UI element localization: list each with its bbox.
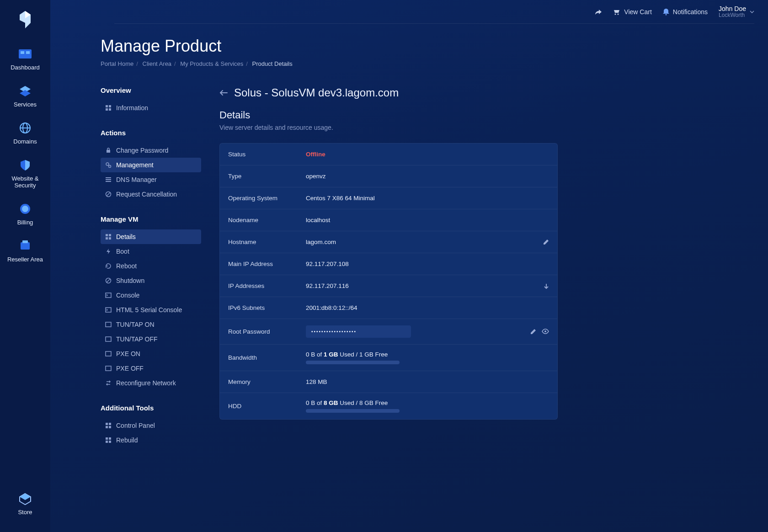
svg-rect-37 bbox=[106, 322, 111, 327]
ban-icon bbox=[105, 191, 112, 197]
svg-rect-30 bbox=[109, 234, 111, 236]
menu-label: Shutdown bbox=[116, 277, 144, 284]
cart-label: View Cart bbox=[624, 8, 651, 16]
share-icon bbox=[595, 9, 602, 15]
lock-icon bbox=[105, 147, 112, 154]
nav-services[interactable]: Services bbox=[0, 78, 50, 115]
value: Centos 7 X86 64 Minimal bbox=[306, 195, 549, 202]
view-cart-button[interactable]: View Cart bbox=[613, 8, 651, 16]
svg-point-49 bbox=[544, 330, 546, 332]
label: Nodename bbox=[228, 217, 306, 223]
bandwidth-text: 0 B of 1 GB Used / 1 GB Free bbox=[306, 351, 388, 358]
menu-label: Boot bbox=[116, 248, 129, 255]
menu-request-cancellation[interactable]: Request Cancellation bbox=[101, 187, 201, 202]
menu-label: Console bbox=[116, 292, 139, 299]
row-hostname: Hostname lagom.com bbox=[220, 231, 557, 253]
svg-rect-42 bbox=[109, 423, 111, 425]
label: Operating System bbox=[228, 195, 306, 202]
menu-boot[interactable]: Boot bbox=[101, 244, 201, 259]
share-button[interactable] bbox=[595, 9, 602, 15]
row-type: Type openvz bbox=[220, 165, 557, 187]
list-icon bbox=[105, 176, 112, 183]
svg-point-15 bbox=[618, 14, 619, 15]
page: Manage Product Portal Home/ Client Area/… bbox=[50, 0, 768, 479]
menu-change-password[interactable]: Change Password bbox=[101, 143, 201, 158]
expand-ip-button[interactable] bbox=[544, 283, 549, 289]
root-password-field[interactable] bbox=[306, 325, 411, 338]
menu-reboot[interactable]: Reboot bbox=[101, 259, 201, 273]
reveal-password-button[interactable] bbox=[542, 329, 549, 335]
nav-label: Services bbox=[14, 101, 37, 108]
nav-reseller-area[interactable]: Reseller Area bbox=[0, 233, 50, 270]
svg-rect-32 bbox=[109, 237, 111, 239]
menu-reconfigure-network[interactable]: Reconfigure Network bbox=[101, 376, 201, 390]
svg-rect-19 bbox=[106, 108, 108, 111]
grid-icon bbox=[105, 105, 112, 111]
row-nodename: Nodename localhost bbox=[220, 209, 557, 231]
menu-tuntap-off[interactable]: TUN/TAP OFF bbox=[101, 332, 201, 346]
edit-password-button[interactable] bbox=[530, 329, 536, 335]
menu-label: Control Panel bbox=[116, 422, 155, 429]
menu-pxe-on[interactable]: PXE ON bbox=[101, 346, 201, 361]
nav-label: Reseller Area bbox=[7, 256, 43, 263]
menu-pxe-off[interactable]: PXE OFF bbox=[101, 361, 201, 376]
menu-tuntap-on[interactable]: TUN/TAP ON bbox=[101, 317, 201, 332]
menu-details[interactable]: Details bbox=[101, 229, 201, 244]
back-button[interactable] bbox=[219, 90, 228, 96]
user-menu[interactable]: John Doe LockWorth bbox=[719, 5, 754, 19]
label: Main IP Address bbox=[228, 261, 306, 267]
svg-rect-24 bbox=[106, 177, 111, 178]
edit-hostname-button[interactable] bbox=[543, 239, 549, 245]
nav-label: Dashboard bbox=[11, 64, 40, 71]
svg-rect-44 bbox=[109, 426, 111, 428]
terminal-icon bbox=[105, 292, 112, 298]
menu-management[interactable]: Management bbox=[101, 158, 201, 172]
nav-billing[interactable]: Billing bbox=[0, 196, 50, 233]
group-title: Actions bbox=[101, 129, 201, 137]
menu-label: DNS Manager bbox=[116, 176, 157, 183]
status-value: Offline bbox=[306, 151, 549, 158]
terminal-icon bbox=[105, 336, 112, 342]
svg-rect-46 bbox=[109, 437, 111, 440]
pencil-icon bbox=[530, 329, 536, 335]
row-ipaddresses: IP Addresses 92.117.207.116 bbox=[220, 275, 557, 297]
svg-rect-1 bbox=[21, 51, 24, 54]
dashboard-icon bbox=[18, 48, 32, 60]
value: localhost bbox=[306, 217, 549, 223]
group-title: Additional Tools bbox=[101, 404, 201, 412]
arrow-down-icon bbox=[544, 283, 549, 289]
breadcrumb-link[interactable]: Client Area bbox=[143, 60, 172, 67]
grid-icon bbox=[105, 234, 112, 240]
row-mainip: Main IP Address 92.117.207.108 bbox=[220, 253, 557, 275]
menu-label: Change Password bbox=[116, 147, 168, 154]
notifications-button[interactable]: Notifications bbox=[663, 8, 708, 16]
svg-rect-2 bbox=[26, 51, 30, 54]
product-title: Solus - SolusVM dev3.lagom.com bbox=[234, 86, 399, 99]
svg-rect-18 bbox=[109, 105, 111, 107]
breadcrumb-link[interactable]: My Products & Services bbox=[180, 60, 243, 67]
menu-html5-serial-console[interactable]: HTML 5 Serial Console bbox=[101, 303, 201, 317]
nav-dashboard[interactable]: Dashboard bbox=[0, 41, 50, 78]
menu-rebuild[interactable]: Rebuild bbox=[101, 433, 201, 447]
nav-domains[interactable]: Domains bbox=[0, 115, 50, 152]
row-status: Status Offline bbox=[220, 144, 557, 165]
menu-control-panel[interactable]: Control Panel bbox=[101, 418, 201, 433]
breadcrumb-link[interactable]: Portal Home bbox=[101, 60, 133, 67]
svg-rect-36 bbox=[106, 308, 111, 312]
menu-information[interactable]: Information bbox=[101, 101, 201, 115]
services-icon bbox=[18, 85, 32, 97]
svg-rect-48 bbox=[109, 441, 111, 443]
menu-console[interactable]: Console bbox=[101, 288, 201, 303]
section-title: Details bbox=[219, 109, 558, 121]
nav-store[interactable]: Store bbox=[0, 486, 50, 523]
nav-website-security[interactable]: Website & Security bbox=[0, 152, 50, 196]
menu-shutdown[interactable]: Shutdown bbox=[101, 273, 201, 288]
reseller-icon bbox=[18, 239, 32, 252]
menu-dns-manager[interactable]: DNS Manager bbox=[101, 172, 201, 187]
nav-label: Store bbox=[18, 509, 32, 516]
page-title: Manage Product bbox=[101, 37, 754, 56]
row-bandwidth: Bandwidth 0 B of 1 GB Used / 1 GB Free bbox=[220, 345, 557, 371]
caret-down-icon bbox=[750, 11, 754, 13]
svg-rect-20 bbox=[109, 108, 111, 111]
svg-point-14 bbox=[615, 14, 616, 15]
